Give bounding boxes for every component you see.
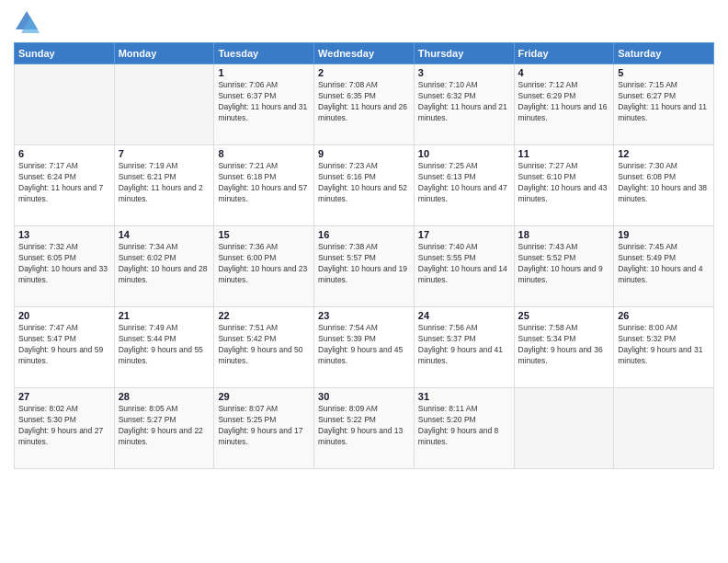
day-number: 13 [18,229,110,240]
day-cell: 14Sunrise: 7:34 AM Sunset: 6:02 PM Dayli… [114,226,214,307]
day-cell: 4Sunrise: 7:12 AM Sunset: 6:29 PM Daylig… [514,64,614,145]
day-info: Sunrise: 7:17 AM Sunset: 6:24 PM Dayligh… [18,161,110,205]
day-number: 2 [318,67,410,78]
day-cell: 6Sunrise: 7:17 AM Sunset: 6:24 PM Daylig… [15,145,115,226]
day-info: Sunrise: 7:27 AM Sunset: 6:10 PM Dayligh… [518,161,610,205]
day-info: Sunrise: 7:49 AM Sunset: 5:44 PM Dayligh… [119,323,210,367]
day-info: Sunrise: 8:09 AM Sunset: 5:22 PM Dayligh… [318,404,410,448]
day-number: 4 [518,67,610,78]
day-cell: 5Sunrise: 7:15 AM Sunset: 6:27 PM Daylig… [614,64,714,145]
day-info: Sunrise: 7:15 AM Sunset: 6:27 PM Dayligh… [618,80,710,124]
day-number: 29 [218,391,310,402]
day-number: 9 [318,148,410,159]
day-cell [614,388,714,469]
week-row-1: 1Sunrise: 7:06 AM Sunset: 6:37 PM Daylig… [15,64,714,145]
day-cell: 21Sunrise: 7:49 AM Sunset: 5:44 PM Dayli… [114,307,214,388]
day-number: 27 [18,391,110,402]
day-info: Sunrise: 8:05 AM Sunset: 5:27 PM Dayligh… [119,404,210,448]
day-cell: 9Sunrise: 7:23 AM Sunset: 6:16 PM Daylig… [314,145,415,226]
day-cell: 20Sunrise: 7:47 AM Sunset: 5:47 PM Dayli… [15,307,115,388]
day-info: Sunrise: 7:47 AM Sunset: 5:47 PM Dayligh… [18,323,110,367]
logo [14,9,41,35]
weekday-monday: Monday [114,43,214,64]
day-number: 14 [119,229,210,240]
day-number: 5 [618,67,710,78]
day-number: 25 [518,310,610,321]
day-cell: 26Sunrise: 8:00 AM Sunset: 5:32 PM Dayli… [614,307,714,388]
day-number: 26 [618,310,710,321]
day-cell: 22Sunrise: 7:51 AM Sunset: 5:42 PM Dayli… [214,307,314,388]
logo-icon [14,9,40,35]
weekday-saturday: Saturday [614,43,714,64]
day-number: 7 [119,148,210,159]
day-info: Sunrise: 7:36 AM Sunset: 6:00 PM Dayligh… [218,242,310,286]
day-info: Sunrise: 7:23 AM Sunset: 6:16 PM Dayligh… [318,161,410,205]
day-cell: 19Sunrise: 7:45 AM Sunset: 5:49 PM Dayli… [614,226,714,307]
day-number: 1 [218,67,310,78]
day-cell: 27Sunrise: 8:02 AM Sunset: 5:30 PM Dayli… [15,388,115,469]
day-number: 24 [418,310,510,321]
day-number: 31 [418,391,510,402]
day-cell [114,64,214,145]
day-cell: 29Sunrise: 8:07 AM Sunset: 5:25 PM Dayli… [214,388,314,469]
day-cell: 1Sunrise: 7:06 AM Sunset: 6:37 PM Daylig… [214,64,314,145]
day-number: 3 [418,67,510,78]
day-info: Sunrise: 7:25 AM Sunset: 6:13 PM Dayligh… [418,161,510,205]
weekday-sunday: Sunday [15,43,115,64]
day-info: Sunrise: 7:43 AM Sunset: 5:52 PM Dayligh… [518,242,610,286]
day-info: Sunrise: 7:21 AM Sunset: 6:18 PM Dayligh… [218,161,310,205]
day-info: Sunrise: 7:56 AM Sunset: 5:37 PM Dayligh… [418,323,510,367]
day-cell: 7Sunrise: 7:19 AM Sunset: 6:21 PM Daylig… [114,145,214,226]
day-cell: 16Sunrise: 7:38 AM Sunset: 5:57 PM Dayli… [314,226,415,307]
weekday-tuesday: Tuesday [214,43,314,64]
header [14,9,714,35]
weekday-header-row: SundayMondayTuesdayWednesdayThursdayFrid… [15,43,714,64]
day-number: 21 [119,310,210,321]
day-info: Sunrise: 8:02 AM Sunset: 5:30 PM Dayligh… [18,404,110,448]
day-cell: 23Sunrise: 7:54 AM Sunset: 5:39 PM Dayli… [314,307,415,388]
day-number: 30 [318,391,410,402]
day-cell: 3Sunrise: 7:10 AM Sunset: 6:32 PM Daylig… [414,64,514,145]
week-row-4: 20Sunrise: 7:47 AM Sunset: 5:47 PM Dayli… [15,307,714,388]
day-info: Sunrise: 8:00 AM Sunset: 5:32 PM Dayligh… [618,323,710,367]
day-cell: 15Sunrise: 7:36 AM Sunset: 6:00 PM Dayli… [214,226,314,307]
day-number: 20 [18,310,110,321]
day-number: 16 [318,229,410,240]
weekday-friday: Friday [514,43,614,64]
day-cell [514,388,614,469]
day-cell: 2Sunrise: 7:08 AM Sunset: 6:35 PM Daylig… [314,64,415,145]
day-number: 8 [218,148,310,159]
day-info: Sunrise: 7:32 AM Sunset: 6:05 PM Dayligh… [18,242,110,286]
day-number: 22 [218,310,310,321]
day-cell: 8Sunrise: 7:21 AM Sunset: 6:18 PM Daylig… [214,145,314,226]
day-info: Sunrise: 8:11 AM Sunset: 5:20 PM Dayligh… [418,404,510,448]
day-info: Sunrise: 7:12 AM Sunset: 6:29 PM Dayligh… [518,80,610,124]
day-info: Sunrise: 7:38 AM Sunset: 5:57 PM Dayligh… [318,242,410,286]
day-cell: 28Sunrise: 8:05 AM Sunset: 5:27 PM Dayli… [114,388,214,469]
day-cell: 31Sunrise: 8:11 AM Sunset: 5:20 PM Dayli… [414,388,514,469]
day-cell: 30Sunrise: 8:09 AM Sunset: 5:22 PM Dayli… [314,388,415,469]
day-info: Sunrise: 7:10 AM Sunset: 6:32 PM Dayligh… [418,80,510,124]
day-info: Sunrise: 7:51 AM Sunset: 5:42 PM Dayligh… [218,323,310,367]
page: SundayMondayTuesdayWednesdayThursdayFrid… [0,0,728,563]
day-number: 11 [518,148,610,159]
weekday-thursday: Thursday [414,43,514,64]
day-info: Sunrise: 8:07 AM Sunset: 5:25 PM Dayligh… [218,404,310,448]
day-info: Sunrise: 7:08 AM Sunset: 6:35 PM Dayligh… [318,80,410,124]
day-cell: 18Sunrise: 7:43 AM Sunset: 5:52 PM Dayli… [514,226,614,307]
calendar-table: SundayMondayTuesdayWednesdayThursdayFrid… [14,42,714,469]
day-number: 23 [318,310,410,321]
day-number: 19 [618,229,710,240]
day-cell: 10Sunrise: 7:25 AM Sunset: 6:13 PM Dayli… [414,145,514,226]
day-cell: 12Sunrise: 7:30 AM Sunset: 6:08 PM Dayli… [614,145,714,226]
day-info: Sunrise: 7:34 AM Sunset: 6:02 PM Dayligh… [119,242,210,286]
day-cell: 25Sunrise: 7:58 AM Sunset: 5:34 PM Dayli… [514,307,614,388]
day-info: Sunrise: 7:06 AM Sunset: 6:37 PM Dayligh… [218,80,310,124]
day-cell [15,64,115,145]
day-cell: 13Sunrise: 7:32 AM Sunset: 6:05 PM Dayli… [15,226,115,307]
day-info: Sunrise: 7:40 AM Sunset: 5:55 PM Dayligh… [418,242,510,286]
day-cell: 11Sunrise: 7:27 AM Sunset: 6:10 PM Dayli… [514,145,614,226]
weekday-wednesday: Wednesday [314,43,415,64]
day-info: Sunrise: 7:30 AM Sunset: 6:08 PM Dayligh… [618,161,710,205]
day-cell: 24Sunrise: 7:56 AM Sunset: 5:37 PM Dayli… [414,307,514,388]
